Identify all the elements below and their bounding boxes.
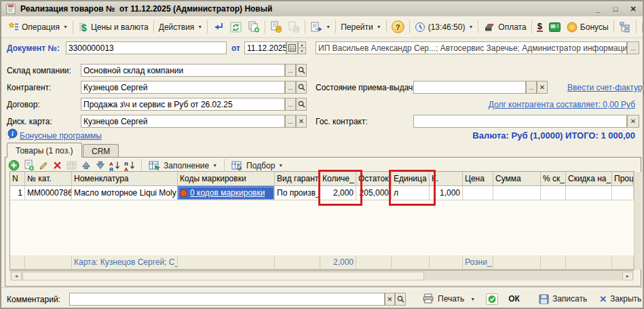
acceptance-state-clear-button[interactable]: ✕ xyxy=(537,81,548,94)
organization-select-button[interactable]: ... xyxy=(627,41,639,54)
post-with-movements-button[interactable] xyxy=(267,20,285,34)
cell-price[interactable] xyxy=(463,186,493,200)
payment-button[interactable]: Оплата xyxy=(480,20,529,34)
output-document-button[interactable]: ▼ xyxy=(307,20,333,34)
col-header-marking[interactable]: Коды маркировки xyxy=(178,172,275,186)
cell-discount[interactable] xyxy=(566,186,612,200)
maximize-button[interactable]: □ xyxy=(610,4,621,14)
add-row-button[interactable] xyxy=(8,160,20,171)
comment-label: Комментарий: xyxy=(7,295,60,304)
post-document-button[interactable] xyxy=(210,20,227,34)
contractor-open-button[interactable] xyxy=(296,81,307,94)
enter-invoice-link[interactable]: Ввести счет-фактуру xyxy=(567,83,644,92)
doc-date-input[interactable]: 11.12.2025 xyxy=(244,41,286,54)
footer-quantity-total: 2,000 xyxy=(320,255,356,270)
close-x-icon: ✕ xyxy=(599,294,607,304)
date-spin-down-button[interactable]: ▼ xyxy=(298,48,306,54)
document-time-button[interactable]: (13:46:50)▼ xyxy=(412,20,476,34)
separator xyxy=(141,159,142,172)
contract-select-button[interactable]: ... xyxy=(285,98,296,111)
prices-currency-button[interactable]: $ Цены и валюта xyxy=(75,20,151,34)
bonuses-button[interactable]: Бонусы xyxy=(564,20,611,34)
scroll-left-button[interactable]: ◄ xyxy=(11,272,22,280)
copy-document-button[interactable] xyxy=(245,20,263,34)
help-button[interactable]: ? xyxy=(389,19,407,35)
separator xyxy=(265,20,265,33)
undo-posting-button[interactable] xyxy=(285,20,303,34)
doc-number-input[interactable]: 3300000013 xyxy=(66,41,227,54)
contractor-debt-link[interactable]: Долг контрагента составляет: 0,00 Руб xyxy=(489,100,635,109)
end-edit-button-disabled[interactable] xyxy=(66,160,77,171)
delete-row-button[interactable] xyxy=(52,160,62,170)
col-header-percent[interactable]: Проце xyxy=(612,172,634,186)
print-button[interactable]: Печать xyxy=(419,292,468,306)
col-header-nomenclature[interactable]: Номенклатура xyxy=(72,172,178,186)
discount-card-input[interactable]: Кузнецов Сергей xyxy=(81,115,285,128)
sort-asc-button[interactable]: АЯ xyxy=(109,160,121,171)
vertical-scrollbar[interactable] xyxy=(634,172,642,270)
ok-button[interactable]: ОК xyxy=(482,292,530,306)
warehouse-input[interactable]: Основной склад компании xyxy=(81,64,285,77)
cell-nomenclature[interactable]: Масло моторное Liqui Moly _ xyxy=(72,186,178,200)
comment-input[interactable] xyxy=(69,293,385,306)
warehouse-open-button[interactable] xyxy=(296,64,307,77)
cell-marking-codes[interactable]: 0 кодов маркировки xyxy=(178,186,275,200)
pick-menu-button[interactable]: Подбор▼ xyxy=(230,160,284,172)
move-up-button[interactable] xyxy=(81,160,92,170)
contract-input[interactable]: Продажа з\ч и сервис в Руб от 26.02.25 xyxy=(81,98,285,111)
gov-contract-input[interactable] xyxy=(413,115,627,128)
gov-contract-clear-button[interactable]: ✕ xyxy=(627,115,639,128)
cell-discount-pct[interactable] xyxy=(541,186,566,200)
cell-warranty[interactable]: По произв_ xyxy=(275,186,320,200)
sort-desc-button[interactable]: ЯА xyxy=(124,160,136,171)
col-header-catnum[interactable]: № кат. xyxy=(25,172,72,186)
edit-row-button[interactable] xyxy=(38,160,49,171)
warehouse-select-button[interactable]: ... xyxy=(285,64,296,77)
marking-codes-link[interactable]: 0 кодов маркировки xyxy=(190,188,265,198)
discount-card-select-button[interactable]: ... xyxy=(285,115,296,128)
actions-menu-button[interactable]: Действия▼ xyxy=(156,21,206,33)
cell-n[interactable]: 1 xyxy=(10,186,25,200)
terminal-button[interactable] xyxy=(546,20,564,34)
close-button[interactable]: ✕ xyxy=(628,4,639,14)
fill-menu-button[interactable]: Заполнение▼ xyxy=(147,160,219,172)
scroll-right-button[interactable]: ► xyxy=(622,272,633,280)
goto-menu-button[interactable]: Перейти▼ xyxy=(338,21,384,33)
comment-clear-button[interactable]: ✕ xyxy=(385,293,395,306)
scroll-thumb[interactable] xyxy=(22,272,424,280)
close-form-button[interactable]: ✕ Закрыть xyxy=(596,293,644,306)
contractor-select-button[interactable]: ... xyxy=(285,81,296,94)
contract-open-button[interactable] xyxy=(296,98,307,111)
discount-card-clear-button[interactable]: ✕ xyxy=(296,115,307,128)
acceptance-state-select-button[interactable]: ... xyxy=(526,81,537,94)
currency-settlement-button[interactable]: $ xyxy=(534,21,546,33)
col-header-warranty[interactable]: Вид гарант_ xyxy=(275,172,320,186)
organization-input[interactable]: ИП Васильев Александр Сер...; Автосервис… xyxy=(316,41,627,54)
horizontal-scrollbar[interactable]: ◄ ► xyxy=(10,270,634,280)
tab-crm[interactable]: CRM xyxy=(83,144,119,158)
calendar-button[interactable] xyxy=(286,41,298,54)
save-button[interactable]: Записать xyxy=(535,293,590,306)
doc-date-label: от xyxy=(231,43,240,53)
tab-goods[interactable]: Товары (1 поз.) xyxy=(7,143,82,158)
cell-percent[interactable] xyxy=(612,186,634,200)
registers-button[interactable] xyxy=(639,20,644,34)
col-header-price[interactable]: Цена xyxy=(463,172,493,186)
print-dropdown-button[interactable]: ▼ xyxy=(468,295,477,303)
structure-button[interactable] xyxy=(616,20,634,34)
minimize-button[interactable]: _ xyxy=(592,4,603,14)
cell-sum[interactable] xyxy=(493,186,541,200)
bonus-programs-link[interactable]: Бонусные программы xyxy=(20,131,102,141)
refresh-button[interactable] xyxy=(227,20,245,34)
col-header-discount-pct[interactable]: % ск_ xyxy=(541,172,566,186)
cell-catnum[interactable]: ММ0000786 xyxy=(25,186,72,200)
move-down-button[interactable] xyxy=(95,160,106,170)
col-header-n[interactable]: N xyxy=(10,172,25,186)
col-header-sum[interactable]: Сумма xyxy=(493,172,541,186)
acceptance-state-input[interactable] xyxy=(413,81,526,94)
copy-row-button[interactable] xyxy=(23,160,35,171)
col-header-discount[interactable]: Скидка на_ xyxy=(566,172,612,186)
contractor-input[interactable]: Кузнецов Сергей xyxy=(81,81,285,94)
operation-menu-button[interactable]: Операция▼ xyxy=(5,20,71,33)
comment-open-button[interactable] xyxy=(395,293,406,306)
